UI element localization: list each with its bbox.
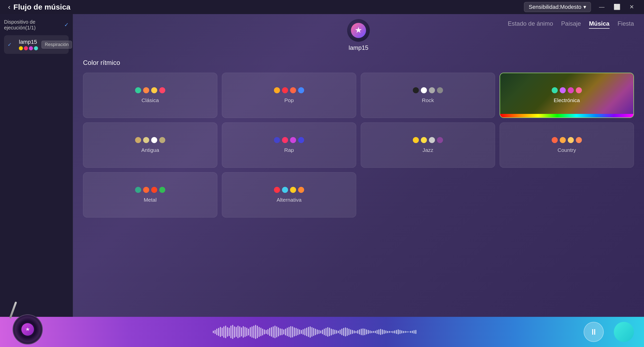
tab-estado[interactable]: Estado de ánimo xyxy=(508,19,553,29)
breath-button[interactable]: Respiración xyxy=(42,41,72,49)
card-jazz[interactable]: Jazz xyxy=(361,122,495,168)
card-antigua[interactable]: Antigua xyxy=(83,122,217,168)
dot xyxy=(274,187,280,193)
card-label: Rap xyxy=(284,147,294,153)
dot xyxy=(429,87,435,93)
wave-bar xyxy=(259,327,260,337)
wave-bar xyxy=(274,326,275,338)
card-content: Rock xyxy=(413,87,443,103)
wave-bar xyxy=(345,327,346,336)
back-button[interactable]: ‹ Flujo de música xyxy=(8,3,70,11)
wave-bar xyxy=(412,331,413,333)
tab-paisaje[interactable]: Paisaje xyxy=(561,19,581,29)
wave-bar xyxy=(366,329,367,334)
wave-bar xyxy=(269,328,270,336)
device-icon-inner xyxy=(351,23,366,38)
wave-bar xyxy=(336,330,337,334)
wave-bar xyxy=(338,331,339,333)
dot xyxy=(298,137,304,143)
wave-bar xyxy=(373,331,374,333)
wave-bar xyxy=(384,330,385,334)
card-content: Alternativa xyxy=(274,187,304,203)
card-label: Rock xyxy=(422,97,434,103)
page-title: Flujo de música xyxy=(13,3,70,11)
wave-bar xyxy=(280,328,281,336)
sensitivity-button[interactable]: Sensibilidad:Modesto ▾ xyxy=(524,2,591,12)
maximize-button[interactable]: ⬜ xyxy=(612,3,622,11)
wave-bar xyxy=(403,331,404,333)
dot xyxy=(143,187,149,193)
wave-bar xyxy=(364,329,365,335)
card-electronica[interactable]: Electrónica xyxy=(500,73,634,118)
card-content: Electrónica xyxy=(552,87,582,103)
minimize-button[interactable]: — xyxy=(597,3,607,11)
card-metal[interactable]: Metal xyxy=(83,172,217,218)
dot xyxy=(568,137,574,143)
wave-bar xyxy=(407,331,408,332)
wave-bar xyxy=(361,329,362,335)
wave-bar xyxy=(306,328,307,336)
wave-bar xyxy=(348,329,349,335)
wave-bar xyxy=(257,326,258,338)
dot xyxy=(274,87,280,93)
dot xyxy=(282,137,288,143)
card-label: Antigua xyxy=(141,147,159,153)
dot xyxy=(298,187,304,193)
card-dots xyxy=(135,87,165,93)
close-button[interactable]: ✕ xyxy=(627,3,636,11)
card-rap[interactable]: Rap xyxy=(222,122,356,168)
dot xyxy=(282,87,288,93)
dot xyxy=(421,87,427,93)
content-area: lamp15 Estado de ánimoPaisajeMúsicaFiest… xyxy=(73,14,644,317)
dot xyxy=(151,137,157,143)
wave-bar xyxy=(326,328,327,336)
card-label: Pop xyxy=(284,97,294,103)
content-device-label: lamp15 xyxy=(349,44,369,51)
tab-musica[interactable]: Música xyxy=(589,19,609,29)
wave-bar xyxy=(222,328,223,336)
dot xyxy=(413,87,419,93)
wave-bar xyxy=(262,329,263,335)
device-icon xyxy=(347,19,370,42)
wave-bar xyxy=(213,331,214,333)
wave-bar xyxy=(352,330,353,334)
device-item[interactable]: ✓ lamp15 Respiración xyxy=(4,35,69,54)
card-content: Jazz xyxy=(413,137,443,153)
card-country[interactable]: Country xyxy=(500,122,634,168)
dot xyxy=(151,87,157,93)
wave-bar xyxy=(389,331,390,333)
wave-bar xyxy=(216,329,217,335)
pause-icon: ⏸ xyxy=(590,328,598,336)
wave-bar xyxy=(392,331,393,333)
color-dot xyxy=(24,46,28,50)
card-clasica[interactable]: Clásica xyxy=(83,73,217,118)
dot xyxy=(135,137,141,143)
card-rock[interactable]: Rock xyxy=(361,73,495,118)
dot xyxy=(290,87,296,93)
wave-bar xyxy=(294,327,295,336)
wave-bar xyxy=(278,327,279,336)
wave-bar xyxy=(301,330,302,334)
pause-button[interactable]: ⏸ xyxy=(584,322,604,342)
wave-bar xyxy=(327,327,328,337)
sidebar-header: Dispositivo de ejecución(1/1) ✓ xyxy=(4,19,69,31)
wave-bar xyxy=(377,330,378,334)
wave-bar xyxy=(401,330,402,334)
wave-bar xyxy=(290,326,291,338)
wave-bar xyxy=(398,329,399,334)
sidebar-title: Dispositivo de ejecución(1/1) xyxy=(4,19,64,31)
dot xyxy=(290,187,296,193)
card-alternativa[interactable]: Alternativa xyxy=(222,172,356,218)
card-label: Electrónica xyxy=(554,97,580,103)
waveform xyxy=(55,324,574,339)
wave-bar xyxy=(248,329,249,335)
dot xyxy=(552,137,558,143)
wave-bar xyxy=(370,330,371,334)
card-pop[interactable]: Pop xyxy=(222,73,356,118)
wave-bar xyxy=(354,330,355,334)
vinyl-label xyxy=(21,323,34,336)
dot xyxy=(560,137,566,143)
wave-bar xyxy=(264,329,265,334)
wave-bar xyxy=(340,330,341,334)
tab-fiesta[interactable]: Fiesta xyxy=(618,19,634,29)
